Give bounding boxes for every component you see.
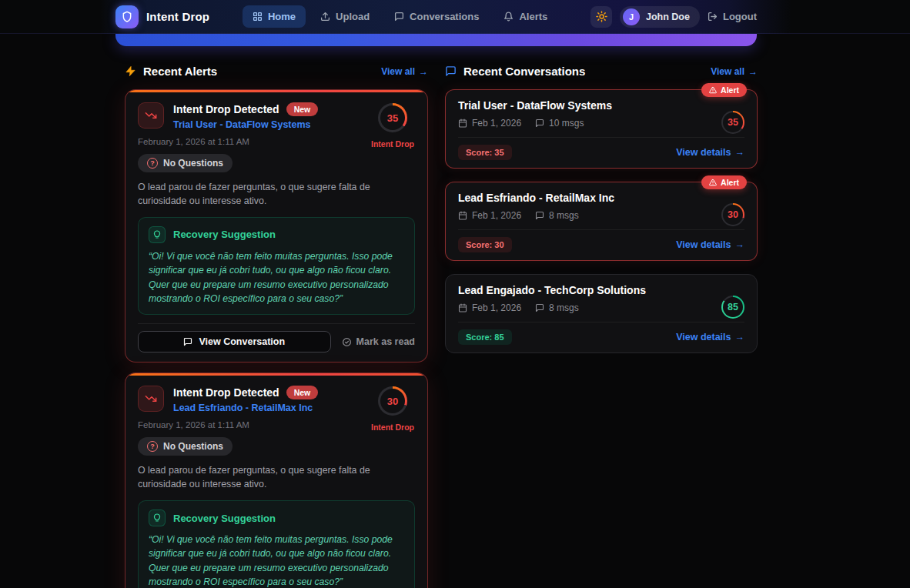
messages-meta: 8 msgs	[535, 210, 579, 221]
score-value: 35	[380, 105, 405, 130]
view-details-link[interactable]: View details →	[676, 239, 744, 250]
alert-badge: Alert	[701, 175, 747, 189]
conversation-card[interactable]: Alert 35 Trial User - DataFlow Systems F…	[445, 89, 758, 169]
arrow-right-icon: →	[735, 239, 745, 250]
hero-banner-edge	[115, 34, 757, 46]
arrow-right-icon: →	[735, 147, 745, 158]
score-block: 30 Intent Drop	[369, 386, 417, 432]
score-pill: Score: 30	[458, 237, 512, 252]
suggestion-text: “Oi! Vi que você não tem feito muitas pe…	[149, 249, 404, 306]
alert-card: 35 Intent Drop Intent Drop Detected New	[125, 89, 428, 362]
section-title: Recent Alerts	[143, 65, 217, 78]
nav-item-label: Upload	[336, 11, 370, 22]
view-details-link[interactable]: View details →	[676, 147, 744, 158]
chat-bubble-icon	[445, 65, 457, 77]
upload-icon	[320, 12, 330, 22]
section-title: Recent Conversations	[463, 65, 585, 78]
alert-title: Intent Drop Detected	[173, 386, 279, 399]
shield-logo-icon	[115, 5, 139, 28]
date-label: Feb 1, 2026	[472, 302, 521, 313]
no-questions-tag: ? No Questions	[138, 437, 233, 456]
nav-item-alerts[interactable]: Alerts	[493, 5, 557, 28]
date-meta: Feb 1, 2026	[458, 302, 521, 313]
mark-as-read-button[interactable]: Mark as read	[342, 336, 415, 347]
score-block: 35 Intent Drop	[369, 103, 417, 149]
lightning-icon	[125, 65, 136, 77]
check-circle-icon	[342, 337, 352, 347]
warning-triangle-icon	[709, 86, 717, 94]
recovery-suggestion-box: Recovery Suggestion “Oi! Vi que você não…	[138, 217, 415, 315]
mark-as-read-label: Mark as read	[356, 336, 415, 347]
view-details-link[interactable]: View details →	[676, 332, 744, 342]
divider	[458, 137, 744, 138]
view-details-label: View details	[676, 332, 731, 342]
messages-label: 10 msgs	[549, 118, 584, 129]
alert-description: O lead parou de fazer perguntas, o que s…	[138, 181, 415, 209]
date-meta: Feb 1, 2026	[458, 210, 521, 221]
alert-description: O lead parou de fazer perguntas, o que s…	[138, 464, 415, 492]
alert-subtitle-link[interactable]: Lead Esfriando - RetailMax Inc	[173, 403, 313, 413]
score-ring: 30	[378, 386, 407, 416]
conversations-view-all-link[interactable]: View all →	[711, 66, 758, 77]
bell-icon	[504, 12, 514, 22]
view-details-label: View details	[676, 239, 731, 250]
divider	[458, 229, 744, 230]
score-value: 30	[380, 389, 405, 413]
conversation-card[interactable]: 85 Lead Engajado - TechCorp Solutions Fe…	[445, 274, 758, 353]
brand: Intent Drop	[115, 5, 209, 28]
nav-item-conversations[interactable]: Conversations	[384, 5, 489, 28]
main-nav: Home Upload Conversations Alerts	[243, 5, 557, 28]
mini-score-ring: 35	[721, 111, 744, 134]
user-menu[interactable]: J John Doe	[620, 6, 700, 28]
arrow-right-icon: →	[735, 332, 745, 342]
date-label: Feb 1, 2026	[472, 210, 521, 221]
arrow-right-icon: →	[748, 66, 758, 77]
divider	[458, 322, 744, 322]
nav-right: J John Doe Logout	[590, 6, 757, 28]
tag-label: No Questions	[163, 158, 223, 169]
app-title: Intent Drop	[146, 10, 209, 23]
sun-icon	[596, 11, 607, 22]
alert-subtitle-link[interactable]: Trial User - DataFlow Systems	[173, 119, 311, 130]
date-label: Feb 1, 2026	[472, 118, 521, 129]
lightbulb-icon	[149, 226, 166, 243]
chat-bubble-icon	[394, 12, 404, 22]
no-questions-tag: ? No Questions	[138, 154, 233, 172]
view-conversation-button[interactable]: View Conversation	[138, 331, 331, 352]
nav-item-upload[interactable]: Upload	[310, 5, 380, 28]
score-label: Intent Drop	[369, 139, 417, 149]
alert-title: Intent Drop Detected	[173, 103, 279, 115]
messages-label: 8 msgs	[549, 302, 579, 313]
calendar-icon	[458, 211, 467, 220]
conversation-card[interactable]: Alert 30 Lead Esfriando - RetailMax Inc …	[445, 182, 758, 261]
nav-item-label: Conversations	[410, 11, 479, 22]
avatar: J	[623, 8, 640, 25]
alert-badge: Alert	[701, 83, 747, 97]
logout-button[interactable]: Logout	[708, 11, 757, 22]
view-all-label: View all	[381, 66, 415, 77]
trending-down-icon	[138, 386, 164, 412]
mini-score-ring: 85	[721, 296, 744, 319]
alert-badge-label: Alert	[721, 85, 739, 95]
theme-toggle-button[interactable]	[590, 6, 612, 28]
chat-bubble-icon	[183, 337, 192, 346]
tag-label: No Questions	[163, 441, 223, 452]
date-meta: Feb 1, 2026	[458, 118, 521, 129]
top-navbar: Intent Drop Home Upload Conversations Al…	[0, 0, 910, 34]
suggestion-text: “Oi! Vi que você não tem feito muitas pe…	[149, 533, 404, 588]
alert-card: 30 Intent Drop Intent Drop Detected New	[125, 373, 428, 588]
nav-item-home[interactable]: Home	[243, 5, 306, 28]
score-pill: Score: 35	[458, 145, 512, 160]
view-details-label: View details	[676, 147, 731, 158]
logout-label: Logout	[723, 11, 757, 22]
score-value: 35	[723, 112, 743, 132]
alerts-view-all-link[interactable]: View all →	[381, 66, 428, 77]
suggestion-title: Recovery Suggestion	[173, 513, 276, 524]
divider	[138, 323, 415, 324]
score-pill: Score: 85	[458, 329, 512, 345]
conversation-title: Trial User - DataFlow Systems	[458, 99, 744, 112]
nav-item-label: Home	[268, 11, 296, 22]
dashboard-grid-icon	[253, 12, 263, 22]
view-conversation-label: View Conversation	[199, 336, 285, 347]
arrow-right-icon: →	[419, 66, 428, 77]
